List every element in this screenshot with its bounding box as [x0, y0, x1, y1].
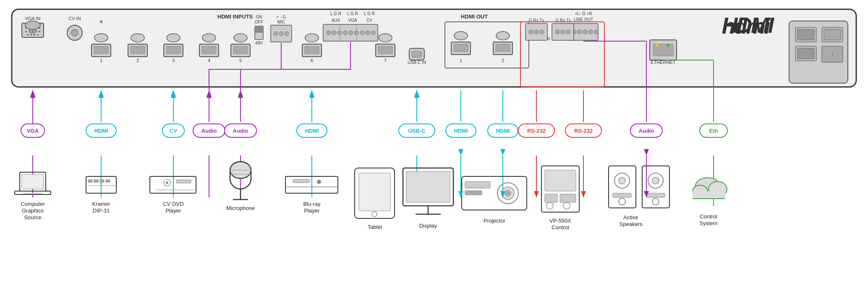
- svg-rect-195: [106, 180, 110, 182]
- audio2-badge-label: Audio: [233, 128, 248, 134]
- svg-point-93: [496, 32, 510, 40]
- svg-rect-211: [293, 179, 310, 183]
- svg-text:VGA: VGA: [348, 18, 357, 23]
- svg-text:1: 1: [460, 58, 462, 63]
- svg-text:2: 2: [502, 58, 504, 63]
- svg-point-99: [583, 30, 587, 34]
- svg-text:™: ™: [766, 17, 772, 24]
- svg-rect-56: [305, 46, 319, 54]
- svg-point-71: [343, 31, 348, 35]
- svg-text:L G R: L G R: [364, 11, 375, 16]
- svg-rect-224: [465, 191, 482, 195]
- svg-point-53: [279, 32, 283, 36]
- svg-text:+L- G +R: +L- G +R: [575, 11, 592, 16]
- svg-point-74: [360, 31, 364, 35]
- svg-rect-190: [23, 193, 42, 194]
- svg-rect-231: [609, 166, 636, 208]
- svg-rect-91: [496, 44, 510, 52]
- svg-point-18: [25, 21, 40, 29]
- rs232-1-badge-label: RS-232: [527, 128, 546, 134]
- svg-rect-87: [454, 44, 468, 52]
- svg-marker-254: [309, 92, 314, 98]
- svg-point-70: [337, 31, 342, 35]
- svg-rect-234: [613, 193, 631, 197]
- svg-point-111: [555, 30, 559, 34]
- svg-text:1: 1: [100, 58, 102, 63]
- svg-text:CV IN: CV IN: [68, 16, 81, 21]
- svg-text:7: 7: [384, 58, 387, 63]
- svg-rect-228: [560, 194, 576, 202]
- svg-rect-192: [88, 180, 92, 182]
- svg-text:48V: 48V: [255, 41, 263, 45]
- svg-rect-46: [233, 46, 248, 54]
- svg-text:6: 6: [311, 58, 313, 63]
- vga-badge-label: VGA: [27, 128, 39, 134]
- svg-text:VGA IN: VGA IN: [25, 16, 41, 21]
- svg-rect-78: [378, 46, 392, 54]
- svg-rect-83: [412, 51, 422, 58]
- svg-point-240: [652, 198, 659, 205]
- svg-marker-247: [458, 191, 463, 197]
- svg-point-101: [594, 30, 598, 34]
- svg-marker-253: [171, 92, 176, 98]
- svg-text:I: I: [832, 52, 833, 57]
- svg-text:HDMI INPUTS: HDMI INPUTS: [217, 13, 253, 20]
- eth-badge-label: Eth: [709, 128, 718, 134]
- svg-point-15: [30, 34, 32, 36]
- svg-point-100: [588, 30, 593, 34]
- control-label: Control: [700, 213, 717, 220]
- computer-label-3: Source: [24, 214, 41, 220]
- svg-marker-250: [534, 191, 539, 197]
- hdmi1-badge-label: HDMI: [94, 128, 108, 134]
- svg-point-235: [619, 198, 625, 205]
- vp550x-label: VP-550X: [549, 218, 571, 224]
- svg-point-233: [619, 177, 625, 184]
- svg-point-11: [32, 31, 34, 32]
- svg-point-26: [94, 34, 108, 42]
- svg-rect-29: [131, 46, 145, 54]
- cvdvd-label: CV DVD: [163, 201, 183, 207]
- svg-marker-169: [644, 149, 649, 155]
- svg-rect-216: [406, 171, 450, 202]
- svg-text:HDMI OUT: HDMI OUT: [461, 13, 488, 20]
- microphone-label: Microphone: [226, 205, 255, 211]
- audio3-badge-label: Audio: [639, 128, 654, 134]
- svg-point-35: [167, 34, 180, 42]
- svg-text:4: 4: [208, 58, 210, 63]
- cv-badge-label: CV: [170, 128, 177, 134]
- svg-rect-226: [545, 170, 576, 191]
- svg-marker-156: [458, 149, 463, 155]
- svg-point-76: [371, 31, 375, 35]
- svg-text:OFF: OFF: [255, 20, 263, 24]
- rs232-2-badge-label: RS-232: [574, 128, 593, 134]
- svg-point-230: [563, 202, 570, 209]
- svg-point-113: [566, 30, 570, 34]
- vp550x-label-2: Control: [552, 224, 569, 231]
- svg-point-21: [71, 29, 78, 36]
- svg-point-13: [39, 31, 40, 32]
- svg-marker-258: [238, 92, 243, 98]
- svg-point-39: [202, 34, 216, 42]
- speakers-label-2: Speakers: [620, 221, 643, 227]
- hdmi2-badge-label: HDMI: [305, 128, 319, 134]
- svg-point-214: [372, 212, 377, 217]
- svg-point-14: [27, 34, 29, 36]
- projector-label: Projector: [484, 218, 506, 224]
- svg-point-98: [578, 30, 582, 34]
- svg-text:USB-C IN: USB-C IN: [408, 60, 426, 65]
- svg-rect-244: [693, 191, 725, 199]
- control-label-2: System: [699, 220, 717, 226]
- svg-point-89: [454, 32, 468, 40]
- svg-text:+ - G: + - G: [277, 15, 286, 19]
- hdmi4-badge-label: HDMI: [496, 128, 510, 134]
- bluray-label-2: Player: [304, 207, 320, 214]
- svg-rect-24: [94, 46, 108, 54]
- svg-rect-194: [100, 180, 104, 182]
- svg-text:3: 3: [172, 58, 175, 63]
- svg-rect-193: [94, 180, 98, 182]
- svg-rect-188: [22, 174, 44, 189]
- main-container: VGA IN CV IN HDMI INPUTS 1 ⊕: [0, 0, 868, 294]
- kramer-label-2: DIP-31: [93, 207, 110, 214]
- svg-point-112: [561, 30, 565, 34]
- svg-text:5: 5: [239, 58, 242, 63]
